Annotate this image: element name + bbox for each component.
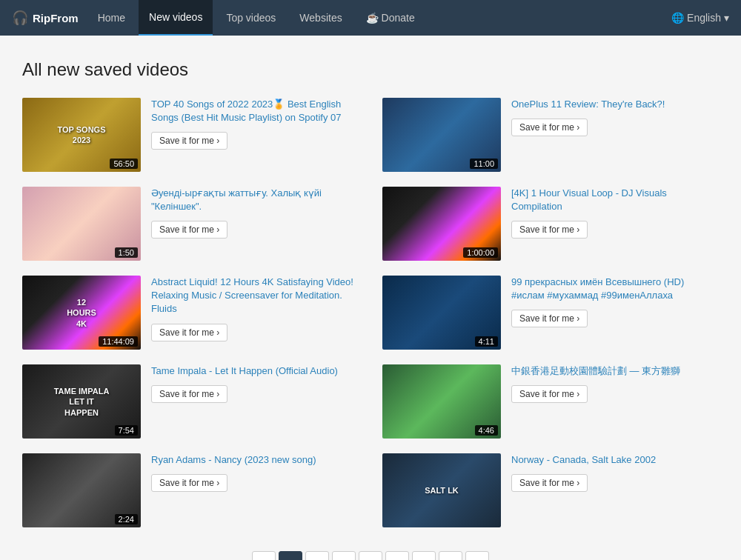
pagination-page-3[interactable]: 3 xyxy=(332,551,356,560)
video-item: 4:11 99 прекрасных имён Всевышнего (HD) … xyxy=(382,276,719,350)
video-item: 1:00:00 [4K] 1 Hour Visual Loop - DJ Vis… xyxy=(382,187,719,261)
video-info: Norway - Canada, Salt Lake 2002 Save it … xyxy=(511,453,719,492)
video-duration: 1:50 xyxy=(115,247,138,258)
video-duration: 7:54 xyxy=(115,425,138,436)
video-duration: 11:00 xyxy=(470,159,498,169)
nav-home[interactable]: Home xyxy=(87,0,136,36)
pagination-page-10[interactable]: 10 xyxy=(439,551,462,560)
thumb-text: TOP SONGS2023 xyxy=(57,124,105,146)
save-button[interactable]: Save it for me › xyxy=(511,221,588,239)
video-info: 中銀香港足動校園體驗計劃 — 東方雛獅 Save it for me › xyxy=(511,364,719,403)
pagination-next[interactable]: » xyxy=(465,551,489,560)
video-thumbnail[interactable]: 12HOURS4K 11:44:09 xyxy=(22,276,141,350)
video-item: 2:24 Ryan Adams - Nancy (2023 new song) … xyxy=(22,453,359,527)
nav-new-videos[interactable]: New videos xyxy=(139,0,213,36)
save-button[interactable]: Save it for me › xyxy=(151,132,227,150)
video-title[interactable]: Әуенді-ырғақты жаттығу. Халық күйі "Келі… xyxy=(151,187,359,213)
thumb-text: TAME IMPALALET IT HAPPEN xyxy=(52,386,111,418)
video-thumbnail[interactable]: 2:24 xyxy=(22,453,141,527)
video-thumbnail[interactable]: 1:50 xyxy=(22,187,141,261)
video-duration: 2:24 xyxy=(115,514,138,524)
pagination-page-1[interactable]: 1 xyxy=(279,551,302,560)
video-item: TAME IMPALALET IT HAPPEN 7:54 Tame Impal… xyxy=(22,364,359,439)
brand-logo[interactable]: 🎧 RipFrom xyxy=(12,10,79,26)
video-thumbnail[interactable]: 4:11 xyxy=(382,276,501,350)
video-title[interactable]: Tame Impala - Let It Happen (Official Au… xyxy=(151,364,359,378)
thumb-text: 12HOURS4K xyxy=(67,297,96,329)
video-title[interactable]: Ryan Adams - Nancy (2023 new song) xyxy=(151,453,359,467)
video-duration: 56:50 xyxy=(110,159,138,169)
video-item: 4:46 中銀香港足動校園體驗計劃 — 東方雛獅 Save it for me … xyxy=(382,364,719,439)
video-thumbnail[interactable]: SALT LK xyxy=(382,453,501,527)
video-info: [4K] 1 Hour Visual Loop - DJ Visuals Com… xyxy=(511,187,719,239)
language-label: English xyxy=(687,12,721,24)
video-thumbnail[interactable]: 1:00:00 xyxy=(382,187,501,261)
video-title[interactable]: Norway - Canada, Salt Lake 2002 xyxy=(511,453,719,467)
nav-websites[interactable]: Websites xyxy=(289,0,352,36)
brand-name: RipFrom xyxy=(33,12,79,24)
save-button[interactable]: Save it for me › xyxy=(511,474,588,492)
pagination-page-2[interactable]: 2 xyxy=(305,551,329,560)
video-item: 12HOURS4K 11:44:09 Abstract Liquid! 12 H… xyxy=(22,276,359,350)
video-thumbnail[interactable]: TAME IMPALALET IT HAPPEN 7:54 xyxy=(22,364,141,439)
chevron-down-icon: ▾ xyxy=(724,12,729,24)
thumb-text: SALT LK xyxy=(425,485,459,496)
video-title[interactable]: 中銀香港足動校園體驗計劃 — 東方雛獅 xyxy=(511,364,719,378)
save-button[interactable]: Save it for me › xyxy=(151,221,227,239)
pagination-ellipsis: … xyxy=(412,551,436,560)
nav-donate[interactable]: ☕ Donate xyxy=(356,0,425,36)
video-thumbnail[interactable]: 4:46 xyxy=(382,364,501,439)
video-title[interactable]: TOP 40 Songs of 2022 2023🏅 Best English … xyxy=(151,98,359,124)
language-selector[interactable]: 🌐 English ▾ xyxy=(671,12,729,24)
save-button[interactable]: Save it for me › xyxy=(511,310,588,327)
video-item: 1:50 Әуенді-ырғақты жаттығу. Халық күйі … xyxy=(22,187,359,261)
video-info: Tame Impala - Let It Happen (Official Au… xyxy=(151,364,359,403)
video-thumbnail[interactable]: 11:00 xyxy=(382,98,501,172)
video-info: OnePlus 11 Review: They're Back?! Save i… xyxy=(511,98,719,136)
video-title[interactable]: 99 прекрасных имён Всевышнего (HD) #исла… xyxy=(511,276,719,302)
pagination: «12345…10» xyxy=(22,551,719,560)
video-info: TOP 40 Songs of 2022 2023🏅 Best English … xyxy=(151,98,359,150)
save-button[interactable]: Save it for me › xyxy=(151,324,227,341)
main-content: All new saved videos TOP SONGS2023 56:50… xyxy=(7,36,734,560)
video-info: Ryan Adams - Nancy (2023 new song) Save … xyxy=(151,453,359,492)
save-button[interactable]: Save it for me › xyxy=(511,119,588,136)
navbar: 🎧 RipFrom Home New videos Top videos Web… xyxy=(0,0,741,36)
video-info: Abstract Liquid! 12 Hours 4K Satisfaying… xyxy=(151,276,359,341)
video-info: Әуенді-ырғақты жаттығу. Халық күйі "Келі… xyxy=(151,187,359,239)
video-title[interactable]: [4K] 1 Hour Visual Loop - DJ Visuals Com… xyxy=(511,187,719,213)
video-thumbnail[interactable]: TOP SONGS2023 56:50 xyxy=(22,98,141,172)
pagination-page-5[interactable]: 5 xyxy=(385,551,409,560)
save-button[interactable]: Save it for me › xyxy=(151,385,227,403)
headphone-icon: 🎧 xyxy=(12,10,28,26)
save-button[interactable]: Save it for me › xyxy=(511,385,588,403)
video-item: TOP SONGS2023 56:50 TOP 40 Songs of 2022… xyxy=(22,98,359,172)
video-item: SALT LK Norway - Canada, Salt Lake 2002 … xyxy=(382,453,719,527)
save-button[interactable]: Save it for me › xyxy=(151,474,227,492)
nav-top-videos[interactable]: Top videos xyxy=(216,0,286,36)
video-duration: 1:00:00 xyxy=(463,247,498,258)
video-title[interactable]: Abstract Liquid! 12 Hours 4K Satisfaying… xyxy=(151,276,359,316)
video-title[interactable]: OnePlus 11 Review: They're Back?! xyxy=(511,98,719,111)
page-title: All new saved videos xyxy=(22,59,719,80)
video-duration: 4:11 xyxy=(475,336,498,347)
video-grid: TOP SONGS2023 56:50 TOP 40 Songs of 2022… xyxy=(22,98,719,527)
pagination-page-4[interactable]: 4 xyxy=(359,551,382,560)
video-info: 99 прекрасных имён Всевышнего (HD) #исла… xyxy=(511,276,719,327)
video-duration: 11:44:09 xyxy=(99,336,138,347)
video-item: 11:00 OnePlus 11 Review: They're Back?! … xyxy=(382,98,719,172)
video-duration: 4:46 xyxy=(475,425,498,436)
pagination-prev[interactable]: « xyxy=(252,551,276,560)
globe-icon: 🌐 xyxy=(671,12,684,24)
